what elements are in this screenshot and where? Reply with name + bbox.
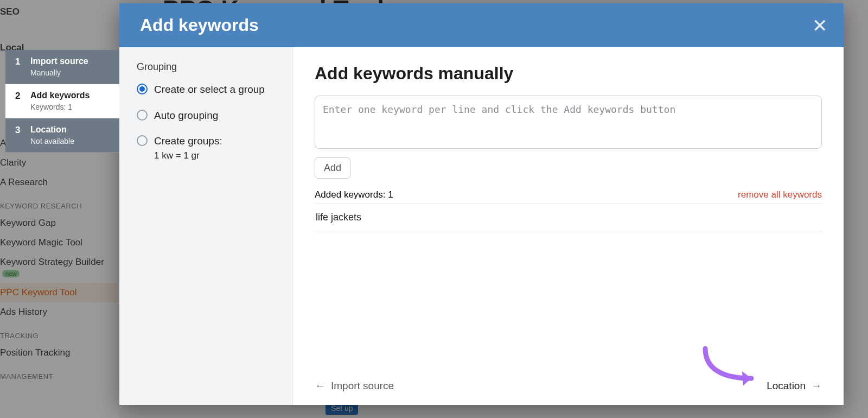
bg-sb-item: Keyword Strategy Builder new xyxy=(0,252,119,283)
radio-label: Create groups: xyxy=(154,134,222,148)
step-number: 3 xyxy=(15,125,22,136)
bg-sb-heading: KEYWORD RESEARCH xyxy=(0,192,119,213)
radio-icon xyxy=(137,135,148,146)
bg-sb-item: Keyword Gap xyxy=(0,213,119,233)
bg-sb-seo: SEO xyxy=(0,2,119,22)
keyword-item: life jackets xyxy=(315,204,822,231)
step-sublabel: Not available xyxy=(30,137,112,145)
modal-footer: ← Import source Location → xyxy=(293,369,844,405)
radio-icon xyxy=(137,110,148,121)
step-number: 1 xyxy=(15,56,22,67)
step-label: Import source xyxy=(30,56,88,67)
grouping-option-create[interactable]: Create or select a group xyxy=(137,83,275,97)
radio-icon xyxy=(137,84,148,94)
next-label: Location xyxy=(767,380,806,392)
bg-sb-item: Keyword Magic Tool xyxy=(0,233,119,252)
back-button[interactable]: ← Import source xyxy=(315,379,394,392)
next-button[interactable]: Location → xyxy=(767,379,822,392)
added-count-label: Added keywords: 1 xyxy=(315,189,393,200)
add-button[interactable]: Add xyxy=(315,157,350,179)
bg-sb-item: Ads History xyxy=(0,302,119,322)
modal-title: Add keywords xyxy=(140,15,259,35)
step-sublabel: Keywords: 1 xyxy=(30,103,112,111)
step-import-source[interactable]: 1 Import source Manually xyxy=(5,50,119,84)
add-keywords-panel: Add keywords manually Add Added keywords… xyxy=(293,47,844,405)
grouping-heading: Grouping xyxy=(137,61,275,73)
bg-sb-heading: MANAGEMENT xyxy=(0,363,119,384)
keywords-textarea[interactable] xyxy=(315,96,822,149)
arrow-left-icon: ← xyxy=(315,379,326,392)
bg-sb-item-active: PPC Keyword Tool xyxy=(0,283,119,302)
bg-sb-heading: TRACKING xyxy=(0,322,119,343)
close-icon[interactable]: ✕ xyxy=(812,16,827,35)
bg-sb-item: Position Tracking xyxy=(0,343,119,363)
wizard-steps: 1 Import source Manually 2 Add keywords … xyxy=(5,50,119,153)
new-badge: new xyxy=(2,270,20,277)
panel-title: Add keywords manually xyxy=(315,64,822,84)
bg-sb-label: Keyword Strategy Builder xyxy=(0,257,104,267)
grouping-option-auto[interactable]: Auto grouping xyxy=(137,109,275,123)
add-keywords-modal: Add keywords ✕ Grouping Create or select… xyxy=(119,3,844,405)
arrow-right-icon: → xyxy=(811,379,822,392)
step-label: Add keywords xyxy=(30,91,90,102)
grouping-option-1kw1gr[interactable]: Create groups: xyxy=(137,134,275,148)
step-label: Location xyxy=(30,125,67,136)
keyword-list: life jackets xyxy=(315,204,822,231)
remove-all-link[interactable]: remove all keywords xyxy=(738,189,822,200)
step-add-keywords[interactable]: 2 Add keywords Keywords: 1 xyxy=(5,84,119,118)
radio-sublabel: 1 kw = 1 gr xyxy=(137,150,275,161)
back-label: Import source xyxy=(331,380,394,392)
bg-sb-item: Clarity xyxy=(0,153,119,173)
step-sublabel: Manually xyxy=(30,68,112,77)
radio-label: Auto grouping xyxy=(154,109,218,123)
radio-label: Create or select a group xyxy=(154,83,265,97)
grouping-panel: Grouping Create or select a group Auto g… xyxy=(119,47,293,405)
modal-header: Add keywords ✕ xyxy=(119,3,844,47)
step-location[interactable]: 3 Location Not available xyxy=(5,118,119,153)
step-number: 2 xyxy=(15,91,22,102)
bg-sb-item: A Research xyxy=(0,173,119,192)
